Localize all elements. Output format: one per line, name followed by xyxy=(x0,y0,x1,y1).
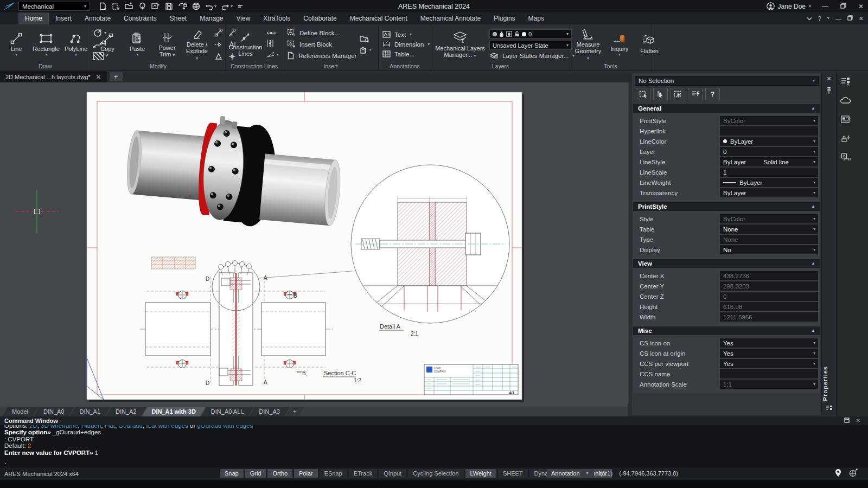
command-option-link[interactable]: 2D xyxy=(29,425,37,429)
close-button[interactable]: ✕ xyxy=(858,3,864,10)
command-option-link[interactable]: Flat xyxy=(105,425,115,429)
property-field-style[interactable]: ByColor▾ xyxy=(720,214,818,223)
help-button[interactable]: ? xyxy=(818,15,821,22)
layout-tab-din-a0-all[interactable]: DIN_A0 ALL xyxy=(201,407,254,416)
user-menu-caret-icon[interactable]: ▾ xyxy=(809,4,811,9)
line-button[interactable]: Line▾ xyxy=(4,32,29,57)
layout-tab-din-a1[interactable]: DIN_A1 xyxy=(70,407,111,416)
ccs-icon[interactable] xyxy=(849,468,858,477)
line-caret-icon[interactable]: ▾ xyxy=(15,53,17,57)
layout-tab-din-a3[interactable]: DIN_A3 xyxy=(249,407,290,416)
select-region-button[interactable] xyxy=(671,88,685,100)
copy-caret-icon[interactable]: ▾ xyxy=(106,53,108,57)
command-history[interactable]: Options: 2D, 3D wireframe, Hidden, Flat,… xyxy=(0,425,868,460)
references-manager-button[interactable]: References Manager xyxy=(287,52,356,60)
layout-tab-model[interactable]: Model xyxy=(2,407,38,416)
copy-button[interactable]: Copy▾ xyxy=(95,32,120,57)
status-toggle-etrack[interactable]: ETrack xyxy=(349,469,377,478)
command-option-link[interactable]: 3D wireframe xyxy=(41,425,78,429)
property-field-annotation-scale[interactable]: 1:1▾ xyxy=(720,380,818,389)
news-panel-icon[interactable] xyxy=(839,113,852,125)
pin-icon[interactable] xyxy=(826,87,832,94)
property-field-center-z[interactable]: 0 xyxy=(720,292,818,301)
save-locked-button[interactable] xyxy=(178,2,187,10)
property-field-printstyle[interactable]: ByColor▾ xyxy=(720,116,818,125)
menu-tab-mechanical-content[interactable]: Mechanical Content xyxy=(343,12,414,24)
drawing-canvas[interactable]: Detail A 2:1 xyxy=(0,82,628,407)
property-field-linestyle[interactable]: ByLayerSolid line▾ xyxy=(720,157,818,166)
mechanical-layers-manager-button[interactable]: Mechanical LayersManager... ▾ xyxy=(435,30,485,58)
paste-caret-icon[interactable]: ▾ xyxy=(136,53,138,57)
property-field-display[interactable]: No▾ xyxy=(720,245,818,254)
layer-states-manager-button[interactable]: Layer States Manager... ▾ xyxy=(489,52,575,59)
command-detach-icon[interactable] xyxy=(844,418,850,424)
block-search-button[interactable] xyxy=(360,35,371,43)
cloud-icon[interactable] xyxy=(839,94,852,106)
restore-button[interactable] xyxy=(840,3,846,10)
stretch-button[interactable] xyxy=(214,40,223,49)
layer-selector[interactable]: 0 ▾ xyxy=(489,29,572,38)
quick-properties-button[interactable] xyxy=(688,88,703,100)
save-button[interactable] xyxy=(165,2,173,10)
mdi-close-button[interactable]: ✕ xyxy=(859,15,864,22)
table-button[interactable]: Table... xyxy=(382,50,430,57)
property-field-height[interactable]: 616.08 xyxy=(720,302,818,311)
plugins-icon[interactable] xyxy=(839,132,852,144)
properties-close-icon[interactable]: ✕ xyxy=(826,75,831,82)
menu-tab-plugins[interactable]: Plugins xyxy=(487,12,521,24)
property-field-width[interactable]: 1211.5966 xyxy=(720,312,818,322)
command-option-link[interactable]: Hidden xyxy=(81,425,101,429)
command-option-link[interactable]: Gouraud xyxy=(118,425,143,429)
download-drawing-button[interactable] xyxy=(138,2,146,10)
undo-button[interactable]: ▾ xyxy=(205,3,216,10)
horizontal-construction-button[interactable] xyxy=(266,30,279,36)
command-option-link[interactable]: fLat with edges xyxy=(146,425,188,429)
help-button-properties[interactable]: ? xyxy=(705,88,720,100)
layers-manager-caret-icon[interactable]: ▾ xyxy=(474,53,476,58)
status-toggle-ortho[interactable]: Ortho xyxy=(267,469,292,478)
new-file-button[interactable] xyxy=(99,2,107,10)
section-header-misc[interactable]: Misc▲ xyxy=(633,326,820,335)
property-field-cs-icon-on[interactable]: Yes▾ xyxy=(720,338,818,348)
web-icon[interactable] xyxy=(192,2,200,10)
rectangle-button[interactable]: Rectangle▾ xyxy=(34,32,59,57)
property-field-cs-icon-at-origin[interactable]: Yes▾ xyxy=(720,349,818,358)
viewport-scale[interactable]: (1:1) xyxy=(601,470,613,477)
layout-tab-din-a0[interactable]: DIN_A0 xyxy=(34,407,74,416)
define-block-button[interactable]: Define Block... xyxy=(287,29,356,37)
status-toggle-sheet[interactable]: SHEET xyxy=(498,469,528,478)
menu-tab-home[interactable]: Home xyxy=(18,12,49,24)
dimension-button[interactable]: Dimension▾ xyxy=(382,41,430,48)
property-field-table[interactable]: None▾ xyxy=(720,224,818,234)
menu-tab-mechanical-annotate[interactable]: Mechanical Annotate xyxy=(414,12,487,24)
insert-block-button[interactable]: Insert Block xyxy=(287,40,356,48)
references-palette-icon[interactable] xyxy=(839,151,852,163)
redo-button[interactable]: ▾ xyxy=(221,3,233,10)
status-toggle-snap[interactable]: Snap xyxy=(220,469,244,478)
text-caret-icon[interactable]: ▾ xyxy=(410,33,412,37)
layer-caret-icon[interactable]: ▾ xyxy=(566,32,569,36)
annotation-scale-dropdown[interactable]: Annotation ▼ xyxy=(547,469,594,478)
section-header-view[interactable]: View▲ xyxy=(633,259,820,268)
undo-caret-icon[interactable]: ▾ xyxy=(214,4,216,9)
new-from-template-button[interactable] xyxy=(112,2,120,10)
dimension-caret-icon[interactable]: ▾ xyxy=(427,42,430,47)
property-field-linescale[interactable]: 1 xyxy=(720,168,818,177)
geolocation-icon[interactable] xyxy=(835,468,841,477)
menu-tab-manage[interactable]: Manage xyxy=(193,12,229,24)
property-field-ccs-name[interactable] xyxy=(720,369,818,378)
mdi-restore-button[interactable] xyxy=(847,15,853,22)
redo-caret-icon[interactable]: ▾ xyxy=(231,4,233,9)
status-toggle-cycling-selection[interactable]: Cycling Selection xyxy=(408,469,463,478)
scale-button[interactable] xyxy=(214,28,223,37)
layout-tab-din-a2[interactable]: DIN_A2 xyxy=(106,407,146,416)
property-field-linecolor[interactable]: ByLayer▾ xyxy=(720,137,818,146)
menu-tab-xtratools[interactable]: XtraTools xyxy=(257,12,297,24)
inquiry-caret-icon[interactable]: ▾ xyxy=(618,53,621,57)
power-trim-caret-icon[interactable]: ▾ xyxy=(173,53,175,57)
menu-tab-insert[interactable]: Insert xyxy=(49,12,78,24)
property-field-hyperlink[interactable] xyxy=(720,126,818,136)
menu-tab-collaborate[interactable]: Collaborate xyxy=(297,12,343,24)
text-button[interactable]: Text▾ xyxy=(382,31,430,38)
property-field-center-x[interactable]: 438.2736 xyxy=(720,271,818,280)
